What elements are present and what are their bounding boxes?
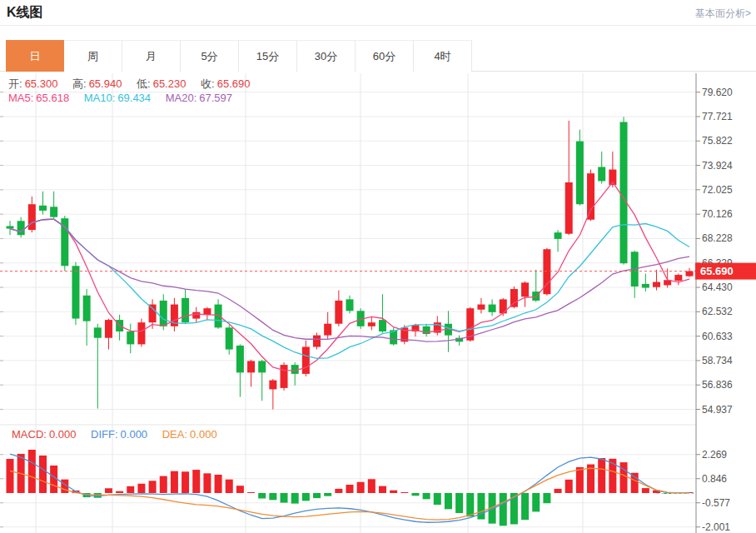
tab-week[interactable]: 周 <box>64 40 122 72</box>
svg-text:62.532: 62.532 <box>702 306 733 317</box>
close-value: 65.690 <box>217 77 251 90</box>
current-price-marker: 65.690 <box>0 263 756 280</box>
svg-text:70.126: 70.126 <box>702 208 733 220</box>
svg-text:64.430: 64.430 <box>702 281 733 293</box>
svg-text:-2.001: -2.001 <box>702 521 730 533</box>
svg-text:77.721: 77.721 <box>702 111 733 122</box>
ma10-label: MA10: <box>84 92 116 104</box>
svg-text:56.836: 56.836 <box>702 379 733 391</box>
open-label: 开: <box>8 77 22 90</box>
diff-value: 0.000 <box>121 428 148 441</box>
high-label: 高: <box>72 77 87 90</box>
low-label: 低: <box>137 77 151 90</box>
fundamental-analysis-link[interactable]: 基本面分析> <box>695 7 751 21</box>
svg-text:58.734: 58.734 <box>702 355 733 366</box>
dea-value: 0.000 <box>190 428 217 441</box>
svg-text:60.633: 60.633 <box>702 331 733 342</box>
ohlc-info: 开:65.300 高:65.940 低:65.230 收:65.690 <box>8 77 252 92</box>
svg-text:2.269: 2.269 <box>702 449 727 461</box>
tab-5min[interactable]: 5分 <box>181 40 239 72</box>
diff-label: DIFF: <box>91 428 118 441</box>
svg-text:72.025: 72.025 <box>702 184 733 196</box>
ma20-value: 67.597 <box>199 92 232 104</box>
high-value: 65.940 <box>89 77 122 90</box>
tab-30min[interactable]: 30分 <box>297 40 356 72</box>
svg-text:79.620: 79.620 <box>702 87 733 98</box>
tab-4hour[interactable]: 4时 <box>414 40 472 72</box>
open-value: 65.300 <box>25 77 58 90</box>
macd-info: MACD:0.000 DIFF:0.000 DEA:0.000 <box>12 428 220 441</box>
dea-label: DEA: <box>162 428 187 441</box>
close-label: 收: <box>201 77 215 90</box>
svg-text:0.846: 0.846 <box>702 473 727 485</box>
ma5-value: 65.618 <box>36 92 69 104</box>
tab-15min[interactable]: 15分 <box>239 40 297 72</box>
ma10-value: 69.434 <box>117 92 151 104</box>
ma-info: MA5:65.618 MA10:69.434 MA20:67.597 <box>8 92 235 104</box>
svg-text:68.228: 68.228 <box>702 232 733 244</box>
svg-text:75.822: 75.822 <box>702 135 733 147</box>
svg-text:-0.577: -0.577 <box>702 497 730 509</box>
macd-histogram <box>7 450 694 526</box>
svg-text:73.924: 73.924 <box>702 160 733 172</box>
macd-label: MACD: <box>12 428 47 441</box>
svg-text:65.690: 65.690 <box>700 265 734 277</box>
ma20-label: MA20: <box>166 92 197 104</box>
timeframe-tabs: 日 周 月 5分 15分 30分 60分 4时 <box>0 40 756 72</box>
kline-app: K线图 基本面分析> 日 周 月 5分 15分 30分 60分 4时 79.62… <box>0 0 756 533</box>
macd-value: 0.000 <box>49 428 77 441</box>
svg-text:54.937: 54.937 <box>702 404 733 416</box>
ma5-label: MA5: <box>8 92 33 104</box>
page-header: K线图 基本面分析> <box>0 0 756 26</box>
kline-chart-canvas: 79.62077.72175.82273.92472.02570.12668.2… <box>0 73 756 533</box>
page-title: K线图 <box>7 4 43 22</box>
tab-month[interactable]: 月 <box>122 40 181 72</box>
low-value: 65.230 <box>153 77 187 90</box>
tab-day[interactable]: 日 <box>6 40 64 72</box>
tab-60min[interactable]: 60分 <box>356 40 414 72</box>
